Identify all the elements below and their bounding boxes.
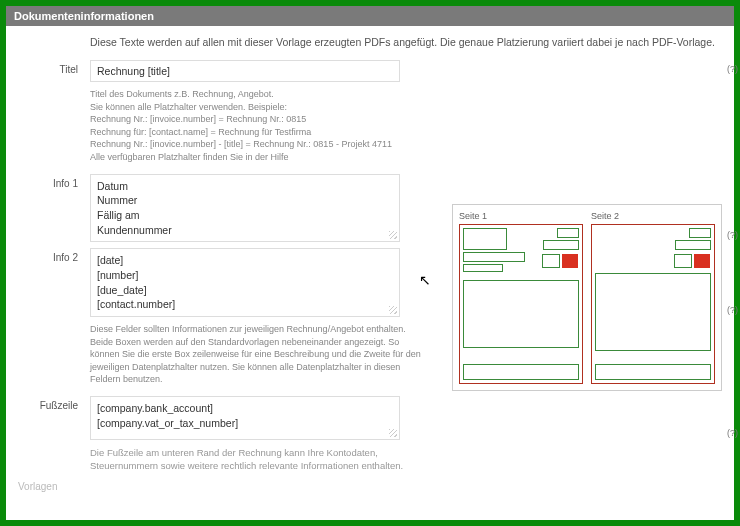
section-title: Dokumenteninformationen (14, 10, 154, 22)
titel-input[interactable]: Rechnung [title] (90, 60, 400, 82)
info2-label: Info 2 (20, 248, 90, 317)
titel-help-icon[interactable]: (?) (727, 64, 738, 74)
page2-title: Seite 2 (591, 211, 715, 221)
preview-page-2: Seite 2 (591, 211, 715, 384)
titel-help-text: Titel des Dokuments z.B. Rechnung, Angeb… (90, 88, 430, 164)
content-area: Diese Texte werden auf allen mit dieser … (6, 26, 734, 483)
preview-page-1: Seite 1 (459, 211, 583, 384)
info1-textarea[interactable]: Datum Nummer Fällig am Kundennummer (90, 174, 400, 243)
page-preview: Seite 1 Seite 2 (452, 204, 722, 391)
main-panel: Dokumenteninformationen Diese Texte werd… (6, 6, 734, 520)
preview-inner: Seite 1 Seite 2 (459, 211, 715, 384)
info1-help-icon[interactable]: (?) (727, 230, 738, 240)
info2-help-icon[interactable]: (?) (727, 305, 738, 315)
fusszeile-row: Fußzeile [company.bank_account] [company… (20, 396, 720, 440)
titel-row: Titel Rechnung [title] (?) (20, 60, 720, 82)
info1-label: Info 1 (20, 174, 90, 243)
section-header: Dokumenteninformationen (6, 6, 734, 26)
page2-box (591, 224, 715, 384)
resize-grip-icon[interactable] (389, 231, 397, 239)
fusszeile-label: Fußzeile (20, 396, 90, 440)
fusszeile-textarea[interactable]: [company.bank_account] [company.vat_or_t… (90, 396, 400, 440)
titel-label: Titel (20, 60, 90, 82)
intro-text: Diese Texte werden auf allen mit dieser … (90, 36, 720, 48)
fusszeile-help-icon[interactable]: (?) (727, 428, 738, 438)
page1-title: Seite 1 (459, 211, 583, 221)
resize-grip-icon[interactable] (389, 306, 397, 314)
info-help-text: Diese Felder sollten Informationen zur j… (90, 323, 430, 386)
info2-textarea[interactable]: [date] [number] [due_date] [contact.numb… (90, 248, 400, 317)
page1-box (459, 224, 583, 384)
titel-field-wrap: Rechnung [title] (?) (90, 60, 720, 82)
fusszeile-help-text: Die Fußzeile am unteren Rand der Rechnun… (90, 446, 430, 473)
resize-grip-icon[interactable] (389, 429, 397, 437)
fusszeile-field-wrap: [company.bank_account] [company.vat_or_t… (90, 396, 720, 440)
vorlagen-tab[interactable]: Vorlagen (18, 481, 57, 492)
